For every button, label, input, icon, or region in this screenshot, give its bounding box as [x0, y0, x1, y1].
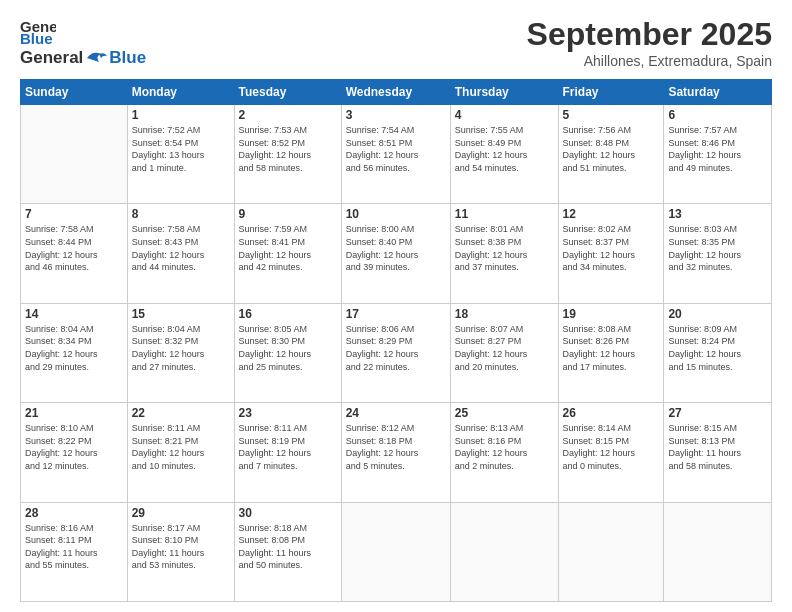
title-section: September 2025 Ahillones, Extremadura, S… [527, 16, 772, 69]
calendar-cell: 10Sunrise: 8:00 AMSunset: 8:40 PMDayligh… [341, 204, 450, 303]
day-info: Sunrise: 7:55 AMSunset: 8:49 PMDaylight:… [455, 124, 554, 174]
header: General Blue General Blue September 2025… [20, 16, 772, 69]
calendar-cell: 25Sunrise: 8:13 AMSunset: 8:16 PMDayligh… [450, 403, 558, 502]
day-info: Sunrise: 8:15 AMSunset: 8:13 PMDaylight:… [668, 422, 767, 472]
calendar-cell: 27Sunrise: 8:15 AMSunset: 8:13 PMDayligh… [664, 403, 772, 502]
calendar-cell: 2Sunrise: 7:53 AMSunset: 8:52 PMDaylight… [234, 105, 341, 204]
day-number: 14 [25, 307, 123, 321]
weekday-header-row: SundayMondayTuesdayWednesdayThursdayFrid… [21, 80, 772, 105]
day-info: Sunrise: 8:06 AMSunset: 8:29 PMDaylight:… [346, 323, 446, 373]
day-info: Sunrise: 7:57 AMSunset: 8:46 PMDaylight:… [668, 124, 767, 174]
calendar-cell: 21Sunrise: 8:10 AMSunset: 8:22 PMDayligh… [21, 403, 128, 502]
calendar-cell [558, 502, 664, 601]
day-info: Sunrise: 7:58 AMSunset: 8:44 PMDaylight:… [25, 223, 123, 273]
day-info: Sunrise: 8:11 AMSunset: 8:21 PMDaylight:… [132, 422, 230, 472]
calendar-cell [21, 105, 128, 204]
day-number: 21 [25, 406, 123, 420]
calendar-cell: 23Sunrise: 8:11 AMSunset: 8:19 PMDayligh… [234, 403, 341, 502]
day-number: 19 [563, 307, 660, 321]
calendar-cell: 8Sunrise: 7:58 AMSunset: 8:43 PMDaylight… [127, 204, 234, 303]
weekday-header-wednesday: Wednesday [341, 80, 450, 105]
day-number: 28 [25, 506, 123, 520]
weekday-header-sunday: Sunday [21, 80, 128, 105]
calendar-cell: 7Sunrise: 7:58 AMSunset: 8:44 PMDaylight… [21, 204, 128, 303]
day-info: Sunrise: 8:01 AMSunset: 8:38 PMDaylight:… [455, 223, 554, 273]
day-info: Sunrise: 8:08 AMSunset: 8:26 PMDaylight:… [563, 323, 660, 373]
day-number: 5 [563, 108, 660, 122]
logo-blue: Blue [109, 48, 146, 68]
day-number: 10 [346, 207, 446, 221]
day-info: Sunrise: 8:05 AMSunset: 8:30 PMDaylight:… [239, 323, 337, 373]
day-number: 1 [132, 108, 230, 122]
day-info: Sunrise: 7:58 AMSunset: 8:43 PMDaylight:… [132, 223, 230, 273]
calendar-cell: 28Sunrise: 8:16 AMSunset: 8:11 PMDayligh… [21, 502, 128, 601]
calendar-cell [664, 502, 772, 601]
day-info: Sunrise: 7:56 AMSunset: 8:48 PMDaylight:… [563, 124, 660, 174]
weekday-header-saturday: Saturday [664, 80, 772, 105]
calendar-cell: 12Sunrise: 8:02 AMSunset: 8:37 PMDayligh… [558, 204, 664, 303]
calendar-cell: 1Sunrise: 7:52 AMSunset: 8:54 PMDaylight… [127, 105, 234, 204]
day-info: Sunrise: 8:10 AMSunset: 8:22 PMDaylight:… [25, 422, 123, 472]
calendar-cell: 13Sunrise: 8:03 AMSunset: 8:35 PMDayligh… [664, 204, 772, 303]
weekday-header-monday: Monday [127, 80, 234, 105]
day-info: Sunrise: 8:18 AMSunset: 8:08 PMDaylight:… [239, 522, 337, 572]
day-number: 17 [346, 307, 446, 321]
day-info: Sunrise: 7:52 AMSunset: 8:54 PMDaylight:… [132, 124, 230, 174]
calendar-cell: 24Sunrise: 8:12 AMSunset: 8:18 PMDayligh… [341, 403, 450, 502]
week-row-3: 14Sunrise: 8:04 AMSunset: 8:34 PMDayligh… [21, 303, 772, 402]
day-info: Sunrise: 8:07 AMSunset: 8:27 PMDaylight:… [455, 323, 554, 373]
weekday-header-friday: Friday [558, 80, 664, 105]
calendar-cell: 15Sunrise: 8:04 AMSunset: 8:32 PMDayligh… [127, 303, 234, 402]
calendar-cell: 16Sunrise: 8:05 AMSunset: 8:30 PMDayligh… [234, 303, 341, 402]
day-number: 20 [668, 307, 767, 321]
calendar-cell: 19Sunrise: 8:08 AMSunset: 8:26 PMDayligh… [558, 303, 664, 402]
day-number: 3 [346, 108, 446, 122]
day-info: Sunrise: 8:03 AMSunset: 8:35 PMDaylight:… [668, 223, 767, 273]
day-info: Sunrise: 8:13 AMSunset: 8:16 PMDaylight:… [455, 422, 554, 472]
day-number: 27 [668, 406, 767, 420]
day-number: 13 [668, 207, 767, 221]
day-number: 30 [239, 506, 337, 520]
day-info: Sunrise: 8:16 AMSunset: 8:11 PMDaylight:… [25, 522, 123, 572]
week-row-2: 7Sunrise: 7:58 AMSunset: 8:44 PMDaylight… [21, 204, 772, 303]
day-info: Sunrise: 8:17 AMSunset: 8:10 PMDaylight:… [132, 522, 230, 572]
day-info: Sunrise: 7:53 AMSunset: 8:52 PMDaylight:… [239, 124, 337, 174]
calendar-table: SundayMondayTuesdayWednesdayThursdayFrid… [20, 79, 772, 602]
weekday-header-thursday: Thursday [450, 80, 558, 105]
day-info: Sunrise: 8:14 AMSunset: 8:15 PMDaylight:… [563, 422, 660, 472]
logo-bird-icon [85, 50, 107, 66]
day-number: 9 [239, 207, 337, 221]
day-number: 26 [563, 406, 660, 420]
day-info: Sunrise: 8:09 AMSunset: 8:24 PMDaylight:… [668, 323, 767, 373]
week-row-1: 1Sunrise: 7:52 AMSunset: 8:54 PMDaylight… [21, 105, 772, 204]
calendar-cell: 20Sunrise: 8:09 AMSunset: 8:24 PMDayligh… [664, 303, 772, 402]
logo-icon: General Blue [20, 16, 56, 46]
day-number: 8 [132, 207, 230, 221]
calendar-cell: 30Sunrise: 8:18 AMSunset: 8:08 PMDayligh… [234, 502, 341, 601]
svg-text:Blue: Blue [20, 30, 53, 46]
day-info: Sunrise: 8:04 AMSunset: 8:34 PMDaylight:… [25, 323, 123, 373]
day-info: Sunrise: 7:54 AMSunset: 8:51 PMDaylight:… [346, 124, 446, 174]
day-info: Sunrise: 8:04 AMSunset: 8:32 PMDaylight:… [132, 323, 230, 373]
day-number: 15 [132, 307, 230, 321]
logo: General Blue General Blue [20, 16, 146, 68]
page: General Blue General Blue September 2025… [0, 0, 792, 612]
calendar-cell: 11Sunrise: 8:01 AMSunset: 8:38 PMDayligh… [450, 204, 558, 303]
calendar-cell: 3Sunrise: 7:54 AMSunset: 8:51 PMDaylight… [341, 105, 450, 204]
day-info: Sunrise: 7:59 AMSunset: 8:41 PMDaylight:… [239, 223, 337, 273]
day-number: 11 [455, 207, 554, 221]
day-info: Sunrise: 8:00 AMSunset: 8:40 PMDaylight:… [346, 223, 446, 273]
week-row-5: 28Sunrise: 8:16 AMSunset: 8:11 PMDayligh… [21, 502, 772, 601]
day-number: 29 [132, 506, 230, 520]
calendar-cell: 4Sunrise: 7:55 AMSunset: 8:49 PMDaylight… [450, 105, 558, 204]
day-number: 25 [455, 406, 554, 420]
day-number: 12 [563, 207, 660, 221]
month-title: September 2025 [527, 16, 772, 53]
day-number: 22 [132, 406, 230, 420]
day-number: 23 [239, 406, 337, 420]
logo-general: General [20, 48, 83, 68]
day-number: 4 [455, 108, 554, 122]
calendar-cell: 22Sunrise: 8:11 AMSunset: 8:21 PMDayligh… [127, 403, 234, 502]
calendar-cell: 18Sunrise: 8:07 AMSunset: 8:27 PMDayligh… [450, 303, 558, 402]
calendar-cell: 5Sunrise: 7:56 AMSunset: 8:48 PMDaylight… [558, 105, 664, 204]
